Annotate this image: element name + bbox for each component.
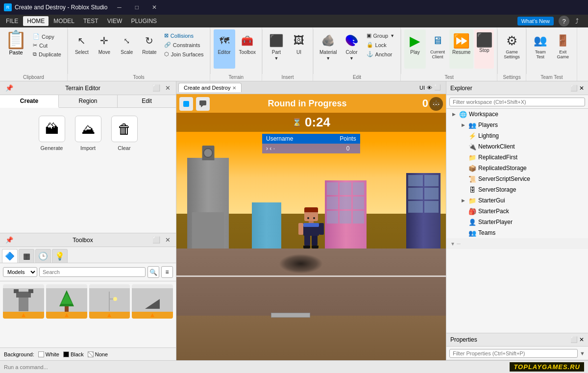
bg-black-option[interactable]: Black — [63, 351, 84, 357]
current-client-button[interactable]: 🖥 CurrentClient — [427, 29, 448, 69]
scale-button[interactable]: ⤡ Scale — [116, 29, 138, 69]
toolbox-tab-models[interactable]: 🔷 — [2, 249, 18, 263]
resume-button[interactable]: ⏩ Resume — [449, 29, 473, 69]
char-arm-right — [319, 223, 324, 235]
spl-icon: 👤 — [468, 218, 477, 226]
run-command-input[interactable] — [4, 362, 510, 372]
roblox-icon-button[interactable] — [179, 97, 193, 111]
close-button[interactable]: ✕ — [146, 0, 163, 15]
material-button[interactable]: 🪨 Material ▼ — [317, 29, 340, 69]
tree-item-workspace[interactable]: ▶ 🌐 Workspace — [446, 109, 588, 120]
ribbon-team-test: 👥 TeamTest 🚪 ExitGame Team Test — [527, 27, 577, 81]
cut-button[interactable]: ✂Cut — [30, 41, 64, 50]
menu-home[interactable]: HOME — [23, 16, 49, 26]
duplicate-button[interactable]: ⧉Duplicate — [30, 50, 64, 58]
select-button[interactable]: ↖ Select — [71, 29, 93, 69]
terrain-tab-region[interactable]: Region — [59, 95, 118, 107]
tree-item-starterpack[interactable]: 🎒 StarterPack — [446, 206, 588, 217]
menu-test[interactable]: TEST — [79, 16, 102, 26]
color-button[interactable]: 🎨 Color ▼ — [341, 29, 363, 69]
team-test-button[interactable]: 👥 TeamTest — [530, 29, 551, 69]
exit-game-button[interactable]: 🚪 ExitGame — [552, 29, 574, 69]
toolbox-search-button[interactable]: 🔍 — [147, 266, 159, 278]
toolbox-category-select[interactable]: Models — [3, 267, 37, 277]
properties-maximize-icon[interactable]: ⬜ — [570, 336, 578, 343]
terrain-close-icon[interactable]: ✕ — [164, 84, 172, 92]
viewport-tab-close-icon[interactable]: ✕ — [232, 85, 236, 91]
terrain-tab-edit[interactable]: Edit — [118, 95, 176, 107]
toolbox-item-tower[interactable] — [3, 284, 44, 319]
menu-model[interactable]: MODEL — [49, 16, 78, 26]
tree-item-players[interactable]: ▶ 👥 Players — [446, 120, 588, 130]
import-label: Import — [80, 145, 96, 151]
toolbox-tab-bulb[interactable]: 💡 — [52, 249, 68, 263]
lock-button[interactable]: 🔒Lock — [364, 41, 398, 49]
help-button[interactable]: ? — [559, 16, 569, 26]
explorer-filter-input[interactable] — [449, 98, 585, 106]
tree-item-networkclient[interactable]: 🔌 NetworkClient — [446, 141, 588, 152]
move-button[interactable]: ✛ Move — [94, 29, 115, 69]
tree-item-serverstorage[interactable]: 🗄 ServerStorage — [446, 184, 588, 195]
prop-filter-dropdown-icon[interactable]: ▼ — [580, 350, 585, 356]
properties-filter-input[interactable] — [449, 349, 578, 358]
tree-item-starterplayer[interactable]: 👤 StarterPlayer — [446, 217, 588, 227]
terrain-maximize-icon[interactable]: ⬜ — [151, 84, 162, 92]
stop-button[interactable]: ⬛ Stop — [474, 29, 494, 69]
tree-item-replicatedstorage[interactable]: 📦 ReplicatedStorage — [446, 163, 588, 174]
terrain-generate-item[interactable]: 🏔 Generate — [39, 116, 65, 151]
game-settings-button[interactable]: ⚙ GameSettings — [501, 29, 523, 69]
collisions-button[interactable]: ⊠Collisions — [161, 31, 207, 40]
tools-label: Tools — [68, 75, 210, 80]
menu-view[interactable]: VIEW — [103, 16, 126, 26]
toolbox-filter-button[interactable]: ≡ — [161, 266, 173, 278]
terrain-clear-item[interactable]: 🗑 Clear — [111, 116, 138, 151]
more-options-button[interactable]: ⋯ — [429, 97, 443, 111]
toolbox-tab-grid[interactable]: ▦ — [19, 249, 34, 263]
bg-none-option[interactable]: None — [88, 351, 108, 357]
toolbox-item-ramp[interactable] — [132, 284, 173, 319]
explorer-maximize-icon[interactable]: ⬜ — [570, 85, 578, 92]
constraints-button[interactable]: 🔗Constraints — [161, 41, 207, 49]
part-button[interactable]: ⬛ Part ▼ — [266, 29, 287, 69]
tree-item-startergui[interactable]: ▶ 📁 StarterGui — [446, 195, 588, 206]
explorer-close-icon[interactable]: ✕ — [579, 85, 584, 92]
editor-button[interactable]: 🗺 Editor — [214, 29, 235, 69]
group-button[interactable]: ▣Group▼ — [364, 31, 398, 40]
chat-icon-button[interactable] — [196, 97, 210, 111]
play-button[interactable]: ▶ Play — [404, 29, 426, 69]
viewport-tab-create-destroy[interactable]: Create and Destroy ✕ — [178, 83, 242, 92]
tree-item-replicatedfirst[interactable]: 📁 ReplicatedFirst — [446, 152, 588, 163]
paste-button[interactable]: 📋 Paste — [3, 29, 29, 57]
toolbox-pin-icon[interactable]: 📌 — [4, 236, 15, 244]
anchor-button[interactable]: ⚓Anchor — [364, 50, 398, 58]
menu-file[interactable]: FILE — [2, 16, 22, 26]
tree-item-serverscriptservice[interactable]: 📜 ServerScriptService — [446, 174, 588, 184]
properties-close-icon[interactable]: ✕ — [579, 336, 584, 343]
join-surfaces-button[interactable]: ⬡Join Surfaces — [161, 50, 207, 58]
toolbox-close-icon[interactable]: ✕ — [164, 236, 172, 244]
share-button[interactable]: ⤴ — [571, 16, 582, 26]
minimize-button[interactable]: ─ — [110, 0, 128, 15]
tree-item-teams[interactable]: 👥 Teams — [446, 227, 588, 238]
terrain-import-item[interactable]: ⛰ Import — [75, 116, 101, 151]
toolbox-item-tree[interactable] — [46, 284, 87, 319]
toolbox-ribbon-button[interactable]: 🧰 Toolbox — [236, 29, 259, 69]
terrain-tab-create[interactable]: Create — [0, 95, 59, 108]
toolbox-maximize-icon[interactable]: ⬜ — [151, 236, 162, 244]
import-icon: ⛰ — [75, 116, 101, 142]
tree-item-lighting[interactable]: ⚡ Lighting — [446, 130, 588, 141]
ui-toggle-button[interactable]: UI 👁 ⬜ — [416, 83, 444, 92]
terrain-pin-icon[interactable]: 📌 — [4, 84, 15, 92]
menu-plugins[interactable]: PLUGINS — [127, 16, 161, 26]
maximize-button[interactable]: □ — [128, 0, 146, 15]
whats-new-button[interactable]: What's New — [517, 17, 554, 25]
ui-button[interactable]: 🖼 UI — [288, 29, 310, 69]
rotate-button[interactable]: ↻ Rotate — [139, 29, 160, 69]
toolbox-item-lamp[interactable] — [89, 284, 130, 319]
copy-button[interactable]: 📄Copy — [30, 32, 64, 41]
toolbox-tab-recent[interactable]: 🕒 — [35, 249, 51, 263]
toolbox-search-input[interactable] — [39, 267, 146, 277]
bg-white-option[interactable]: White — [38, 351, 59, 357]
team-test-label: Team Test — [527, 75, 577, 80]
viewport-canvas[interactable]: 0 Round in Progress 0 ☆ ⌛ 0:24 Username … — [176, 94, 446, 360]
